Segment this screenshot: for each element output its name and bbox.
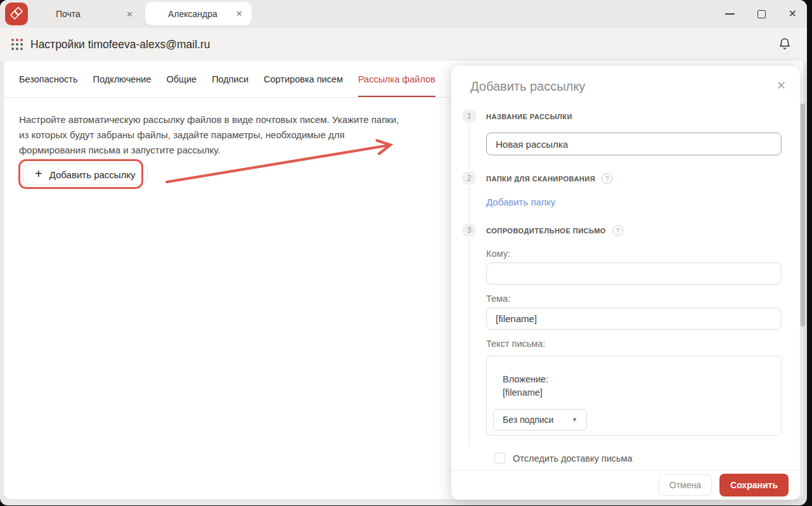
step-1-badge: 1 (462, 109, 476, 123)
step-3-label: СОПРОВОДИТЕЛЬНОЕ ПИСЬМО (486, 227, 606, 235)
tab-file-distribution[interactable]: Рассылка файлов (358, 61, 435, 97)
tab-signatures-label: Подписи (212, 74, 248, 84)
plus-icon: + (35, 167, 42, 180)
step-1-label: НАЗВАНИЕ РАССЫЛКИ (486, 113, 572, 120)
window-controls: ✕ (725, 0, 797, 28)
add-folder-link[interactable]: Добавить папку (486, 197, 555, 207)
add-distribution-button[interactable]: + Добавить рассылку (23, 164, 148, 185)
app-grid-icon[interactable] (11, 39, 23, 50)
maximize-icon[interactable] (757, 10, 766, 18)
tab-connection[interactable]: Подключение (93, 61, 151, 97)
tab-security[interactable]: Безопасность (19, 61, 78, 97)
step-connector (468, 238, 470, 446)
tab-general[interactable]: Общие (166, 61, 197, 97)
body-text-line2: [filename] (503, 386, 548, 399)
help-icon[interactable]: ? (602, 173, 612, 184)
tab-mail-sorting[interactable]: Сортировка писем (264, 61, 343, 97)
app-window: Почта ✕ Александра ✕ ✕ Настройки timofee… (0, 0, 807, 505)
app-logo-icon (5, 3, 28, 25)
help-icon[interactable]: ? (612, 225, 623, 236)
step-2-label-row: ПАПКИ ДЛЯ СКАНИРОВАНИЯ ? (486, 173, 612, 184)
to-field-label: Кому: (486, 249, 510, 259)
minimize-icon[interactable] (725, 13, 735, 15)
body-field-label: Текст письма: (486, 339, 545, 349)
subject-input[interactable] (486, 308, 782, 330)
tab-mail-label: Почта (56, 9, 81, 19)
panel-footer: Отмена Сохранить (451, 470, 800, 500)
settings-header: Настройки timofeeva-alexs@mail.ru (0, 28, 807, 61)
step-2-badge: 2 (462, 171, 476, 185)
step-3-label-row: СОПРОВОДИТЕЛЬНОЕ ПИСЬМО ? (486, 225, 623, 236)
scrollbar-thumb[interactable] (801, 103, 805, 327)
tab-mail-sorting-label: Сортировка писем (264, 74, 343, 84)
feature-description: Настройте автоматическую рассылку файлов… (19, 112, 402, 158)
track-delivery-row: Отследить доставку письма (494, 453, 633, 464)
signature-dropdown[interactable]: Без подписи ▼ (493, 409, 587, 431)
tab-file-distribution-label: Рассылка файлов (358, 74, 435, 84)
step-3-badge: 3 (462, 223, 476, 237)
step-connector (468, 186, 470, 222)
body-text: Вложение: [filename] (503, 373, 548, 399)
add-distribution-button-label: Добавить рассылку (49, 169, 136, 180)
tab-signatures[interactable]: Подписи (212, 61, 248, 97)
panel-close-icon[interactable]: ✕ (777, 80, 786, 91)
chevron-down-icon: ▼ (572, 417, 577, 423)
tab-general-label: Общие (166, 74, 197, 84)
settings-tabs: Безопасность Подключение Общие Подписи С… (4, 61, 451, 98)
window-titlebar: Почта ✕ Александра ✕ ✕ (0, 0, 807, 28)
tab-alexandra[interactable]: Александра ✕ (145, 2, 252, 25)
signature-dropdown-value: Без подписи (503, 415, 553, 425)
tab-connection-label: Подключение (93, 74, 151, 84)
track-delivery-checkbox[interactable] (494, 453, 505, 464)
settings-main: Безопасность Подключение Общие Подписи С… (4, 61, 451, 499)
content-area: Безопасность Подключение Общие Подписи С… (4, 61, 803, 499)
tab-security-label: Безопасность (19, 74, 78, 84)
body-textarea[interactable]: Вложение: [filename] Без подписи ▼ (486, 356, 782, 436)
window-close-icon[interactable]: ✕ (789, 9, 797, 19)
to-input[interactable] (486, 263, 782, 285)
subject-field-label: Тема: (486, 294, 510, 304)
step-2-label: ПАПКИ ДЛЯ СКАНИРОВАНИЯ (486, 175, 595, 183)
step-1-label-row: НАЗВАНИЕ РАССЫЛКИ (486, 113, 572, 120)
tab-alexandra-label: Александра (168, 9, 217, 19)
distribution-name-input[interactable] (486, 133, 782, 155)
tab-alexandra-close-icon[interactable]: ✕ (236, 9, 243, 18)
page-title: Настройки timofeeva-alexs@mail.ru (30, 28, 210, 61)
panel-title: Добавить рассылку (470, 79, 585, 94)
cancel-button[interactable]: Отмена (659, 474, 712, 496)
tab-mail-close-icon[interactable]: ✕ (126, 10, 133, 19)
step-connector (468, 124, 470, 170)
notifications-bell-icon[interactable] (778, 37, 792, 55)
add-distribution-panel: Добавить рассылку ✕ 1 НАЗВАНИЕ РАССЫЛКИ … (451, 66, 800, 500)
tab-mail[interactable]: Почта ✕ (52, 0, 137, 28)
track-delivery-label: Отследить доставку письма (513, 453, 633, 464)
body-text-line1: Вложение: (503, 373, 548, 386)
save-button[interactable]: Сохранить (719, 474, 789, 496)
